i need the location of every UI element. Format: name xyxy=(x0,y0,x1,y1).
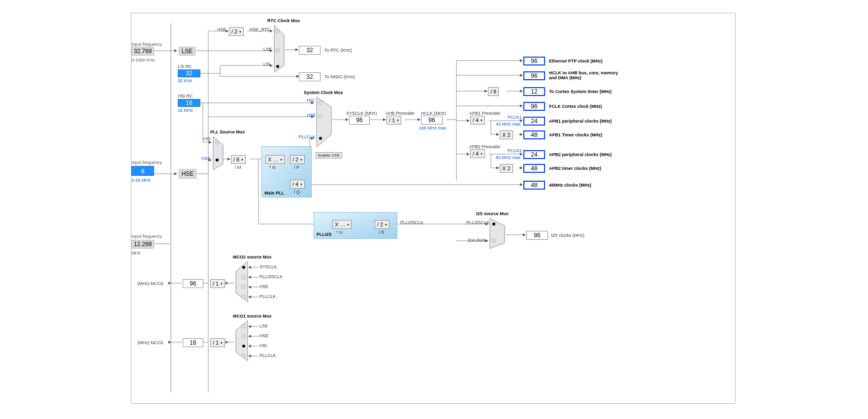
ahb-prescaler[interactable]: / 1▾ xyxy=(386,116,401,125)
mco1-div[interactable]: / 1▾ xyxy=(210,338,225,347)
sysmux-pllclk: PLLCLK xyxy=(299,134,316,139)
plli2s-n[interactable]: X …▾ xyxy=(332,220,352,229)
apb1-pclk1: PCLK1 xyxy=(508,115,522,120)
mco2-in1: PLLI2SCLK xyxy=(259,274,283,279)
clock-tree-frame: Input frequency 32.768 0-1000 KHz LSE LS… xyxy=(131,13,736,404)
svg-marker-66 xyxy=(274,25,284,72)
rtc-lse-label: LSE xyxy=(263,47,272,52)
svg-point-75 xyxy=(492,223,495,226)
hsi-value: 16 xyxy=(178,99,200,107)
svg-marker-71 xyxy=(236,321,248,361)
main-pll-q[interactable]: / 4▾ xyxy=(290,180,305,189)
apb2-max: 84 MHz max xyxy=(496,155,521,160)
svg-rect-84 xyxy=(242,276,245,279)
out-usb48-lbl: 48MHz clocks (MHz) xyxy=(549,183,591,188)
mco1-in1: HSE xyxy=(259,333,269,338)
chevron-down-icon: ▾ xyxy=(221,341,223,345)
i2s-out-label: I2S clocks (MHz) xyxy=(551,233,584,238)
plli2s-title: PLLI2S xyxy=(317,232,332,237)
lsi-value: 32 xyxy=(178,69,200,77)
mco2-in3: PLLCLK xyxy=(259,294,276,299)
lse-range: 0-1000 KHz xyxy=(131,58,155,63)
ahb-prescaler-label: AHB Prescaler xyxy=(386,111,415,116)
plli2s-r-label: / R xyxy=(379,230,385,235)
apb1-prescaler[interactable]: / 4▾ xyxy=(470,116,485,125)
rtc-hse-div[interactable]: / 2▾ xyxy=(229,27,244,36)
rtc-hse-rtc-label: HSE_RTC xyxy=(250,27,270,32)
mco2-in0: SYSCLK xyxy=(259,264,277,269)
mco2-value: 96 xyxy=(183,279,203,288)
apb2-timmul: X 2 xyxy=(500,164,513,173)
out-cortex-val: 12 xyxy=(523,87,545,96)
svg-rect-83 xyxy=(492,239,495,242)
chevron-down-icon: ▾ xyxy=(241,158,243,162)
chevron-down-icon: ▾ xyxy=(239,30,241,34)
mco2-in2: HSE xyxy=(259,284,269,289)
lse-freq-label: Input frequency xyxy=(131,42,162,47)
lsi-rc-label: LSI RC xyxy=(178,64,192,69)
pll-m-div[interactable]: / 8▾ xyxy=(231,155,246,164)
chevron-down-icon: ▾ xyxy=(347,223,349,227)
out-apb1t-val: 48 xyxy=(523,130,545,139)
i2smux-in2: Ext.clock xyxy=(468,238,486,243)
svg-point-76 xyxy=(242,266,245,269)
svg-rect-89 xyxy=(242,354,245,357)
hsi-rc-label: HSI RC xyxy=(178,94,193,98)
chevron-down-icon: ▾ xyxy=(481,152,482,156)
mco1-in3: PLLCLK xyxy=(259,353,276,358)
pll-m-label: / M xyxy=(235,165,241,170)
pll-src-title: PLL Source Mux xyxy=(210,129,245,134)
hsi-unit: 16 MHz xyxy=(178,108,193,113)
chevron-down-icon: ▾ xyxy=(397,118,399,123)
main-pll-n-label: * N xyxy=(269,165,276,170)
chevron-down-icon: ▾ xyxy=(481,118,482,123)
sysmux-hse: HSE xyxy=(307,113,316,118)
plli2s-n-label: * N xyxy=(336,230,343,235)
out-hclk-lbl: HCLK to AHB bus, core, memory and DMA (M… xyxy=(549,70,623,80)
out-usb48-val: 48 xyxy=(523,181,545,190)
svg-point-73 xyxy=(216,159,219,161)
svg-marker-70 xyxy=(236,261,248,302)
i2smux-in1: PLLI2SCLK xyxy=(466,220,489,225)
lse-freq-input[interactable]: 32.768 xyxy=(131,47,154,56)
chevron-down-icon: ▾ xyxy=(385,223,387,227)
out-apb1p-val: 24 xyxy=(523,117,545,126)
cortex-div[interactable]: / 8 xyxy=(488,87,499,96)
out-eth-val: 96 xyxy=(523,57,545,65)
apb2-pclk2: PCLK2 xyxy=(508,148,522,153)
apb2-prescaler[interactable]: / 4▾ xyxy=(470,149,485,158)
svg-marker-68 xyxy=(317,97,331,147)
out-cortex-lbl: To Cortex System timer (MHz) xyxy=(549,89,611,94)
i2s-mux-title: I2S source Mux xyxy=(476,211,509,216)
svg-rect-81 xyxy=(319,101,322,104)
out-fclk-lbl: FCLK Cortex clock (MHz) xyxy=(549,104,602,109)
rtc-out-label: To RTC (KHz) xyxy=(324,48,352,53)
svg-rect-82 xyxy=(319,115,322,118)
svg-rect-88 xyxy=(242,334,245,338)
hse-source: HSE xyxy=(179,169,196,179)
enable-css-button[interactable]: Enable CSS xyxy=(316,152,342,159)
plli2s-out-label: PLLI2SCLK xyxy=(400,220,423,225)
svg-point-74 xyxy=(319,137,322,140)
apb1-timmul: X 2 xyxy=(500,130,513,139)
plli2s-r[interactable]: / 2▾ xyxy=(375,220,389,229)
main-pll-p[interactable]: / 2▾ xyxy=(290,155,305,164)
svg-rect-86 xyxy=(242,295,245,298)
svg-rect-85 xyxy=(242,285,245,289)
main-pll-n[interactable]: X …▾ xyxy=(265,155,285,164)
i2s-unit: MHz xyxy=(131,251,141,256)
main-pll-q-label: / Q xyxy=(294,190,300,194)
sysmux-hsi: HSI xyxy=(307,98,314,103)
main-pll-title: Main PLL xyxy=(264,191,284,195)
iwdg-out-value: 32 xyxy=(299,72,321,81)
mco1-in0: LSE xyxy=(259,323,268,328)
chevron-down-icon: ▾ xyxy=(221,282,223,286)
hclk-label: HCLK (MHz) xyxy=(421,111,446,116)
hse-freq-input[interactable]: 8 xyxy=(131,166,154,176)
mco2-div[interactable]: / 1▾ xyxy=(210,279,225,288)
i2s-freq-input[interactable]: 12.288 xyxy=(131,240,154,249)
rtc-lsi-label: LSI xyxy=(263,62,270,66)
hse-freq-label: Input frequency xyxy=(131,160,162,165)
hclk-value: 96 xyxy=(421,116,443,125)
apb2-label: APB2 Prescaler xyxy=(469,144,501,149)
